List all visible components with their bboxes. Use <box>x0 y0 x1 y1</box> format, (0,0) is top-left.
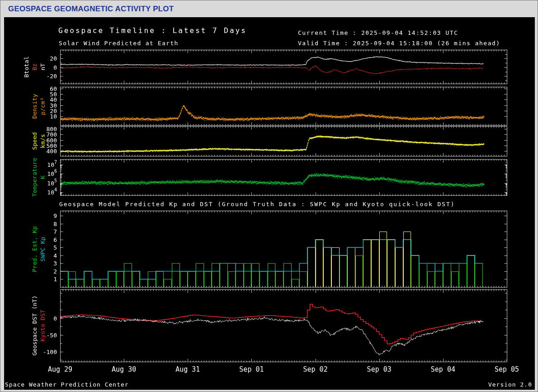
plot-area: Geospace Timeline : Latest 7 Days Curren… <box>4 17 535 390</box>
solar-wind-subtitle: Solar Wind Predicted at Earth <box>59 40 179 47</box>
y-axis-label-density-2: p/cm³ <box>39 97 46 115</box>
y-axis-label-imf-3: nT <box>39 63 46 71</box>
y-axis-label-kp-1: Pred. Est. Kp <box>31 226 38 272</box>
page-title: GEOSPACE GEOMAGNETIC ACTIVITY PLOT <box>8 5 174 14</box>
y-axis-label-density-1: Density <box>31 94 38 118</box>
page-header: GEOSPACE GEOMAGNETIC ACTIVITY PLOT <box>0 0 538 17</box>
y-axis-label-imf-1: Btotal <box>23 56 30 77</box>
y-axis-label-speed-1: Speed <box>31 132 38 150</box>
chart-title: Geospace Timeline : Latest 7 Days <box>58 26 247 35</box>
y-axis-label-temperature-2: K <box>39 175 46 179</box>
kp-dst-section-title: Geospace Model Predicted Kp and DST (Gro… <box>59 201 455 208</box>
y-axis-label-dst-1: Geospace DST (nT) <box>31 295 38 355</box>
y-axis-label-imf-2: Bz <box>31 63 38 71</box>
geospace-activity-page: GEOSPACE GEOMAGNETIC ACTIVITY PLOT Geosp… <box>0 0 538 392</box>
footer-swpc-label: Space Weather Prediction Center <box>5 381 129 388</box>
valid-time-label: Valid Time : 2025-09-04 15:18:00 (26 min… <box>298 40 500 47</box>
y-axis-label-kp-2: SWPC Kp <box>39 236 46 261</box>
y-axis-label-temperature-1: Temperature <box>31 158 38 197</box>
y-axis-label-dst-2: Kyoto DST <box>39 310 46 341</box>
current-time-label: Current Time : 2025-09-04 14:52:03 UTC <box>298 29 458 36</box>
footer-version-label: Version 2.0 <box>488 381 532 388</box>
y-axis-label-speed-2: km/s <box>39 134 46 148</box>
